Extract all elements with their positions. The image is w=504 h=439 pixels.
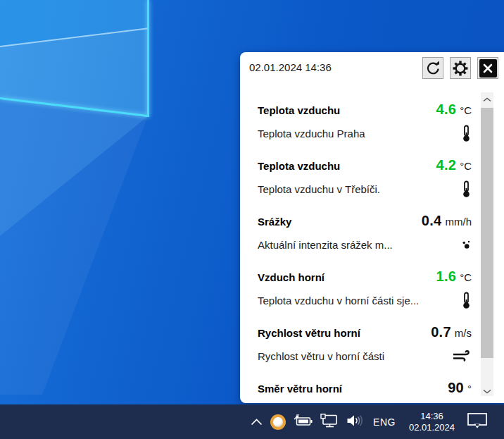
chevron-up-icon (483, 92, 491, 105)
desktop-screen: 02.01.2024 14:36 (0, 0, 504, 439)
sensor-row-air-upper[interactable]: Vzduch horní 1.6 °C Teplota vzduchu v ho… (258, 268, 472, 324)
sensor-row-temperature-trebic[interactable]: Teplota vzduchu 4.2 °C Teplota vzduchu v… (258, 157, 472, 213)
sensor-value: 4.2 (436, 157, 456, 173)
close-button[interactable] (477, 57, 498, 79)
scrollbar-up-button[interactable] (481, 92, 493, 104)
sensor-title: Směr větru horní (258, 383, 342, 395)
sensor-unit: ° (467, 383, 472, 395)
sensor-value: 4.6 (436, 101, 456, 118)
scrollbar-thumb[interactable] (481, 108, 493, 358)
battery-charging-icon (294, 414, 313, 430)
weather-widget-panel: 02.01.2024 14:36 (240, 52, 504, 403)
settings-button[interactable] (450, 57, 471, 79)
chevron-down-icon (483, 384, 491, 397)
sensor-row-temperature-praha[interactable]: Teplota vzduchu 4.6 °C Teplota vzduchu P… (258, 101, 472, 157)
wallpaper-cyan-edge-vertical (147, 0, 149, 117)
sensor-unit: °C (460, 104, 472, 116)
sensor-row-precipitation[interactable]: Srážky 0.4 mm/h Aktuální intenzita sráže… (258, 213, 472, 268)
vertical-scrollbar[interactable] (481, 92, 493, 396)
scrollbar-down-button[interactable] (481, 384, 493, 396)
sensor-unit: mm/h (446, 216, 472, 228)
sensor-subtitle: Rychlost větru v horní části (258, 350, 384, 362)
sensor-title: Rychlost větru horní (258, 327, 360, 339)
panel-header-buttons (422, 57, 498, 79)
panel-datetime: 02.01.2024 14:36 (249, 61, 332, 73)
notification-icon (467, 412, 488, 431)
sensor-value: 1.6 (436, 268, 456, 285)
system-tray: ENG 14:36 02.01.2024 (251, 404, 504, 439)
close-icon (479, 59, 497, 78)
sensor-unit: °C (460, 271, 472, 283)
refresh-button[interactable] (422, 57, 443, 79)
thermometer-icon (461, 125, 472, 142)
wind-icon (452, 350, 472, 362)
app-ring-icon (270, 414, 286, 430)
sensor-title: Teplota vzduchu (258, 160, 340, 172)
sensor-value: 90 (448, 380, 464, 396)
taskbar-time: 14:36 (409, 411, 455, 422)
language-indicator[interactable]: ENG (372, 416, 397, 428)
sensor-title: Teplota vzduchu (258, 104, 340, 116)
sensor-subtitle: Aktuální intenzita srážek m... (258, 239, 393, 251)
action-center-button[interactable] (467, 412, 488, 431)
thermometer-icon (461, 180, 472, 198)
sensor-subtitle: Teplota vzduchu v Třebíči. (258, 183, 380, 195)
sensor-unit: °C (460, 160, 472, 172)
taskbar-clock[interactable]: 14:36 02.01.2024 (409, 411, 455, 433)
network-icon (320, 414, 339, 431)
network-status-button[interactable] (320, 414, 339, 431)
refresh-icon (425, 61, 441, 76)
chevron-up-icon (251, 416, 263, 428)
thermometer-icon (461, 292, 472, 309)
sensor-title: Vzduch horní (258, 271, 325, 283)
show-hidden-icons-button[interactable] (251, 416, 263, 428)
sensor-subtitle: Teplota vzduchu v horní části sje... (258, 295, 419, 307)
sensor-title: Srážky (258, 216, 291, 228)
sensor-value: 0.7 (431, 324, 451, 340)
volume-button[interactable] (346, 414, 364, 430)
precipitation-icon (461, 240, 472, 249)
tray-app-button[interactable] (270, 414, 286, 430)
taskbar: ENG 14:36 02.01.2024 (0, 404, 504, 439)
gear-icon (452, 60, 469, 77)
sensor-list: Teplota vzduchu 4.6 °C Teplota vzduchu P… (258, 101, 472, 435)
battery-status-button[interactable] (294, 414, 313, 430)
sensor-row-wind-speed-upper[interactable]: Rychlost větru horní 0.7 m/s Rychlost vě… (258, 324, 472, 380)
sensor-subtitle: Teplota vzduchu Praha (258, 128, 365, 140)
sensor-value: 0.4 (422, 213, 442, 229)
volume-icon (346, 414, 364, 430)
sensor-unit: m/s (455, 327, 472, 339)
taskbar-date: 02.01.2024 (409, 422, 455, 433)
